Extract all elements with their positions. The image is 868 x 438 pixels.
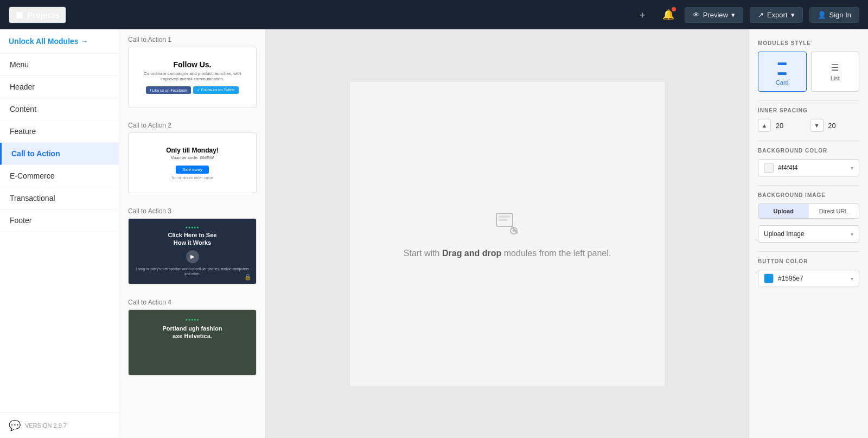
divider-4 (758, 251, 859, 252)
spacing-down-value: 20 (826, 122, 839, 130)
cta2-card-inner: Only till Monday! Voucher code: GMRW Sal… (129, 133, 256, 193)
chat-icon[interactable]: 💬 (9, 420, 21, 431)
cta1-card-inner: Follow Us. Co-ordinate campaigns and pro… (129, 47, 256, 107)
list-style-button[interactable]: ☰ List (811, 52, 860, 92)
bg-color-swatch (764, 163, 774, 173)
cta3-section-label: Call to Action 3 (128, 207, 257, 215)
canvas-area: Start with Drag and drop modules from th… (266, 29, 749, 438)
sidebar-header-label: Header (10, 82, 35, 91)
unlock-label: Unlock All Modules → (9, 37, 88, 46)
cta1-title: Follow Us. (135, 60, 250, 69)
sidebar-item-content[interactable]: Content (0, 98, 119, 120)
preview-chevron-icon: ▾ (731, 11, 735, 19)
cta3-lock-icon: 🔒 (244, 274, 252, 281)
right-panel: MODULES STYLE ▬▬ Card ☰ List INNER SPACI… (749, 29, 868, 438)
upload-tab-button[interactable]: Upload (758, 204, 809, 218)
cta4-container: Call to Action 4 ●●●●● Portland ugh fash… (119, 292, 265, 383)
preview-button[interactable]: 👁 Preview ▾ (685, 7, 743, 23)
cta4-preview: ●●●●● Portland ugh fashionaxe Helvetica. (129, 310, 256, 375)
cta3-card[interactable]: ●●●●● Click Here to SeeHow it Works ▶ Li… (128, 218, 257, 284)
cta2-sale-btn: Sale away (176, 166, 209, 174)
topnav: ▣ Projects ＋ 🔔 👁 Preview ▾ ↗ Export ▾ 👤 … (0, 0, 868, 29)
cta1-container: Call to Action 1 Follow Us. Co-ordinate … (119, 29, 265, 115)
upload-chevron-icon: ▾ (851, 231, 853, 237)
card-style-button[interactable]: ▬▬ Card (758, 52, 807, 92)
button-color-value: #1595e7 (778, 275, 846, 282)
card-label: Card (762, 79, 803, 86)
upload-image-row[interactable]: Upload Image ▾ (758, 225, 859, 243)
export-label: Export (767, 11, 788, 19)
bg-color-chevron-icon: ▾ (851, 165, 853, 171)
sidebar-item-transactional[interactable]: Transactional (0, 187, 119, 210)
cta3-preview: ●●●●● Click Here to SeeHow it Works ▶ Li… (129, 219, 256, 284)
cta4-section-label: Call to Action 4 (128, 299, 257, 306)
unlock-modules-button[interactable]: Unlock All Modules → (0, 29, 119, 54)
cta1-buttons: f Like us on Facebook ✓ Follow us on Twi… (135, 86, 250, 94)
sidebar-item-header[interactable]: Header (0, 76, 119, 98)
cta4-heading: Portland ugh fashionaxe Helvetica. (135, 325, 250, 340)
notification-button[interactable]: 🔔 (659, 5, 678, 24)
cta1-subtitle: Co-ordinate campaigns and product launch… (135, 71, 250, 82)
bg-color-value: #f4f4f4 (778, 164, 846, 172)
cta4-card-inner: ●●●●● Portland ugh fashionaxe Helvetica. (129, 310, 256, 375)
cta2-container: Call to Action 2 Only till Monday! Vouch… (119, 115, 265, 201)
bg-image-toggle: Upload Direct URL (758, 204, 859, 219)
cta4-content: ●●●●● Portland ugh fashionaxe Helvetica. (129, 310, 256, 349)
drag-subtext: modules from the left panel. (504, 249, 611, 258)
sidebar-item-feature[interactable]: Feature (0, 120, 119, 143)
cta2-code: Voucher code: GMRW (135, 155, 250, 160)
export-icon: ↗ (758, 11, 764, 19)
modules-style-title: MODULES STYLE (758, 40, 859, 46)
bg-color-picker[interactable]: #f4f4f4 ▾ (758, 159, 859, 176)
sidebar-item-menu[interactable]: Menu (0, 54, 119, 76)
cta1-fb-button: f Like us on Facebook (146, 86, 191, 94)
plus-icon: ＋ (637, 8, 647, 21)
cta3-card-inner: ●●●●● Click Here to SeeHow it Works ▶ Li… (129, 219, 256, 284)
spacing-up-ctrl: ▲ 20 (758, 119, 807, 132)
sidebar-ecommerce-label: E-Commerce (10, 172, 54, 180)
preview-label: Preview (703, 11, 728, 19)
version-label: VERSION 2.9.7 (25, 422, 67, 429)
cta2-note: No minimum order value (135, 176, 250, 180)
svg-rect-2 (499, 219, 507, 221)
list-icon: ☰ (815, 62, 856, 73)
drag-bold: Drag and drop (442, 249, 501, 258)
notification-dot (672, 7, 676, 11)
divider-2 (758, 141, 859, 141)
cta1-card[interactable]: Follow Us. Co-ordinate campaigns and pro… (128, 47, 257, 107)
cta2-title: Only till Monday! (135, 147, 250, 154)
spacing-up-arrow[interactable]: ▲ (758, 119, 771, 132)
sidebar-item-call-to-action[interactable]: Call to Action (0, 143, 119, 165)
spacing-down-arrow[interactable]: ▼ (810, 119, 824, 132)
sidebar-feature-label: Feature (10, 127, 36, 136)
cta1-tw-button: ✓ Follow us on Twitter (193, 86, 239, 94)
button-color-picker[interactable]: #1595e7 ▾ (758, 270, 859, 287)
drag-drop-icon (404, 209, 611, 242)
cta4-card[interactable]: ●●●●● Portland ugh fashionaxe Helvetica. (128, 309, 257, 376)
direct-url-tab-button[interactable]: Direct URL (809, 204, 859, 218)
cta3-container: Call to Action 3 ●●●●● Click Here to See… (119, 201, 265, 292)
projects-button[interactable]: ▣ Projects (9, 7, 66, 23)
add-button[interactable]: ＋ (633, 5, 652, 24)
sidebar-transactional-label: Transactional (10, 194, 55, 202)
cta4-category: ●●●●● (135, 318, 250, 321)
sidebar-footer-label: Footer (10, 216, 31, 225)
cta3-subtext: Living in today's metropolitan world of … (135, 266, 250, 276)
svg-rect-1 (499, 215, 510, 218)
main-layout: Unlock All Modules → Menu Header Content… (0, 29, 868, 438)
cta2-card[interactable]: Only till Monday! Voucher code: GMRW Sal… (128, 132, 257, 193)
projects-label: Projects (27, 10, 59, 20)
signin-button[interactable]: 👤 Sign In (809, 7, 859, 23)
export-button[interactable]: ↗ Export ▾ (750, 7, 803, 23)
bg-image-title: BACKGROUND IMAGE (758, 192, 859, 198)
cta2-preview: Only till Monday! Voucher code: GMRW Sal… (129, 139, 256, 187)
module-panel: Call to Action 1 Follow Us. Co-ordinate … (119, 29, 266, 438)
style-toggle-row: ▬▬ Card ☰ List (758, 52, 859, 92)
sidebar-item-ecommerce[interactable]: E-Commerce (0, 165, 119, 187)
user-icon: 👤 (818, 11, 826, 19)
cta2-section-label: Call to Action 2 (128, 122, 257, 129)
sidebar-item-footer[interactable]: Footer (0, 210, 119, 232)
drag-drop-hint: Start with Drag and drop modules from th… (404, 209, 611, 258)
spacing-up-value: 20 (773, 122, 786, 130)
divider-1 (758, 100, 859, 101)
